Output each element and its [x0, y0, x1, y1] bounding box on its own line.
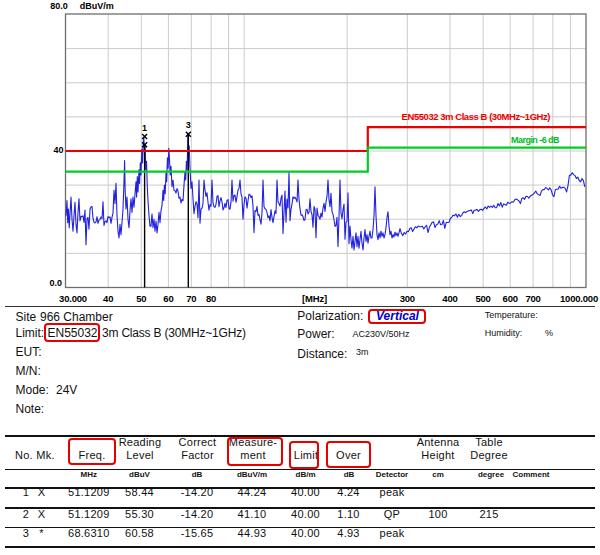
svg-text:1000.000: 1000.000 [560, 293, 598, 304]
svg-text:700: 700 [525, 293, 540, 304]
svg-text:dBuV/m: dBuV/m [80, 1, 114, 11]
svg-text:600: 600 [503, 293, 518, 304]
svg-text:60: 60 [163, 293, 173, 304]
svg-text:30.000: 30.000 [59, 293, 87, 304]
svg-text:80.0: 80.0 [50, 1, 68, 11]
svg-text:3: 3 [186, 120, 191, 130]
svg-text:[MHz]: [MHz] [302, 293, 327, 304]
svg-text:Margin -6 dB: Margin -6 dB [511, 135, 560, 145]
svg-text:40: 40 [103, 293, 113, 304]
svg-text:40: 40 [53, 145, 63, 155]
svg-text:0.0: 0.0 [49, 278, 62, 288]
svg-text:EN55032 3m Class B (30MHz~1GHz: EN55032 3m Class B (30MHz~1GHz) [402, 111, 551, 122]
svg-text:300: 300 [400, 293, 415, 304]
svg-text:400: 400 [442, 293, 457, 304]
svg-text:500: 500 [475, 293, 490, 304]
svg-text:80: 80 [206, 293, 216, 304]
svg-text:50: 50 [136, 293, 146, 304]
svg-text:1: 1 [142, 123, 147, 133]
svg-text:70: 70 [186, 293, 196, 304]
